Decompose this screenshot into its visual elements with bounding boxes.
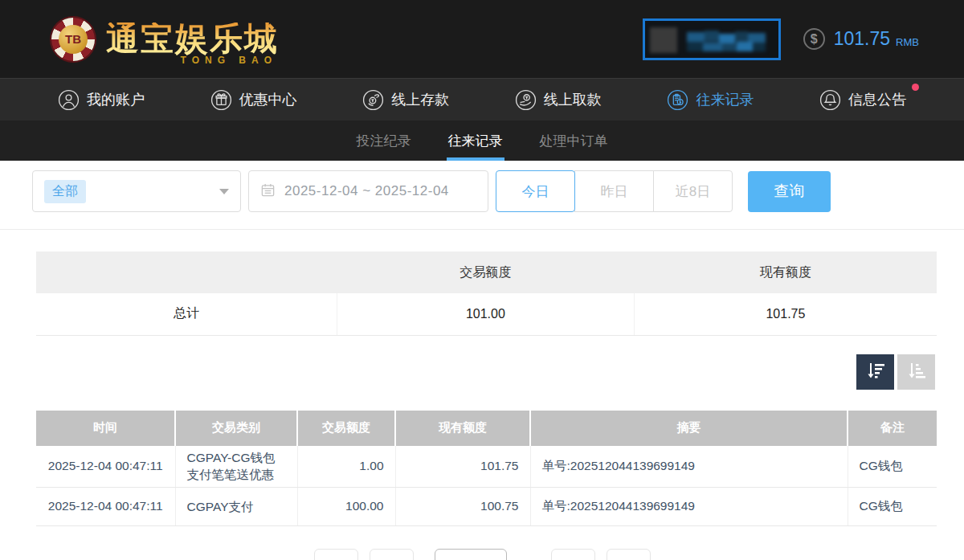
nav-item-label: 线上存款 — [391, 90, 449, 109]
chip-monogram: TB — [59, 25, 88, 54]
summary-total-label: 总计 — [36, 293, 337, 335]
col-header-type: 交易类别 — [175, 411, 297, 446]
site-title: 通宝娱乐城 — [106, 22, 279, 55]
pagination-page-select[interactable] — [435, 549, 507, 560]
poker-chip-icon: TB — [51, 18, 95, 61]
cell-remark: CG钱包 — [848, 446, 937, 488]
cell-type: CGPAY支付 — [175, 487, 297, 525]
col-header-amount: 交易额度 — [297, 411, 395, 446]
sort-descending-icon — [865, 361, 886, 382]
pagination-prev-button[interactable] — [370, 549, 414, 560]
cell-time: 2025-12-04 00:47:11 — [36, 446, 175, 488]
gift-icon — [210, 89, 232, 111]
nav-item-announcements[interactable]: 信息公告 — [819, 89, 906, 111]
records-icon — [667, 89, 688, 111]
nav-item-label: 线上取款 — [544, 90, 602, 109]
cell-balance: 100.75 — [395, 487, 530, 525]
balance-currency: RMB — [896, 36, 919, 48]
nav-item-promotions[interactable]: 优惠中心 — [210, 89, 297, 111]
pagination-next-button[interactable] — [551, 549, 595, 560]
account-name-masked[interactable] — [643, 18, 781, 60]
date-range-value: 2025-12-04 ~ 2025-12-04 — [284, 183, 449, 199]
nav-item-label: 我的账户 — [87, 90, 145, 109]
sort-ascending-icon — [906, 361, 927, 382]
summary-total-row: 总计 101.00 101.75 — [36, 293, 937, 335]
cell-amount: 1.00 — [297, 446, 395, 488]
pagination — [0, 549, 964, 560]
tab-transaction-records[interactable]: 往来记录 — [448, 121, 503, 161]
col-header-balance: 现有额度 — [395, 411, 530, 446]
nav-item-my-account[interactable]: 我的账户 — [58, 89, 145, 111]
nav-item-deposit[interactable]: 线上存款 — [362, 89, 449, 111]
masked-pixels — [645, 21, 778, 58]
cell-summary: 单号:202512044139699149 — [530, 446, 848, 488]
chevron-down-icon — [219, 189, 229, 194]
cell-amount: 100.00 — [297, 487, 395, 525]
table-row: 2025-12-04 00:47:11 CGPAY支付 100.00 100.7… — [36, 487, 937, 525]
site-logo[interactable]: TB 通宝娱乐城 TONG BAO — [51, 18, 279, 61]
today-button[interactable]: 今日 — [496, 170, 575, 212]
balance-display[interactable]: $ 101.75 RMB — [803, 28, 919, 50]
summary-header-trade-amount: 交易额度 — [337, 251, 634, 293]
nav-item-label: 优惠中心 — [239, 90, 297, 109]
nav-item-label: 往来记录 — [696, 90, 754, 109]
summary-table: 交易额度 现有额度 总计 101.00 101.75 — [36, 251, 937, 336]
site-subtitle: TONG BAO — [181, 55, 277, 66]
filter-row: 全部 2025-12-04 ~ 2025-12-04 今日 昨日 近8日 查询 — [32, 170, 964, 212]
header: TB 通宝娱乐城 TONG BAO $ 101.75 RMB — [0, 0, 964, 78]
main-nav: 我的账户 优惠中心 线上存款 线上 — [0, 78, 964, 121]
search-button[interactable]: 查询 — [748, 171, 831, 212]
calendar-icon — [260, 182, 276, 201]
col-header-remark: 备注 — [848, 411, 937, 446]
records-table: 时间 交易类别 交易额度 现有额度 摘要 备注 2025-12-04 00:47… — [36, 411, 937, 526]
divider — [0, 229, 964, 230]
subnav: 投注纪录 往来记录 处理中订单 — [0, 121, 964, 161]
deposit-icon — [362, 89, 384, 111]
sort-ascending-button[interactable] — [897, 354, 935, 390]
tab-betting-records[interactable]: 投注纪录 — [357, 121, 411, 161]
sort-descending-button[interactable] — [856, 354, 894, 390]
cell-summary: 单号:202512044139699149 — [530, 487, 848, 525]
sort-controls — [0, 354, 935, 390]
summary-header-row: 交易额度 现有额度 — [36, 251, 937, 293]
type-dropdown-selected: 全部 — [44, 180, 86, 203]
summary-trade-amount: 101.00 — [337, 293, 634, 335]
notification-dot — [912, 84, 919, 91]
summary-current-amount: 101.75 — [634, 293, 937, 335]
date-range-input[interactable]: 2025-12-04 ~ 2025-12-04 — [248, 170, 488, 212]
col-header-summary: 摘要 — [530, 411, 848, 446]
nav-item-transactions[interactable]: 往来记录 — [667, 89, 754, 111]
table-row: 2025-12-04 00:47:11 CGPAY-CG钱包支付笔笔送优惠 1.… — [36, 446, 937, 488]
summary-header-current-amount: 现有额度 — [634, 251, 937, 293]
quick-date-group: 今日 昨日 近8日 — [496, 170, 733, 212]
cell-time: 2025-12-04 00:47:11 — [36, 487, 175, 525]
cell-balance: 101.75 — [395, 446, 530, 488]
balance-amount: 101.75 — [834, 28, 890, 50]
bell-icon — [819, 89, 841, 111]
records-header-row: 时间 交易类别 交易额度 现有额度 摘要 备注 — [36, 411, 937, 446]
withdraw-icon — [515, 89, 537, 111]
pagination-first-button[interactable] — [314, 549, 358, 560]
last-8-days-button[interactable]: 近8日 — [653, 170, 733, 212]
summary-header-blank — [36, 251, 337, 293]
cell-remark: CG钱包 — [848, 487, 937, 525]
cell-type: CGPAY-CG钱包支付笔笔送优惠 — [175, 446, 297, 488]
dollar-icon: $ — [803, 28, 825, 50]
tab-pending-orders[interactable]: 处理中订单 — [540, 121, 608, 161]
type-dropdown[interactable]: 全部 — [32, 170, 241, 212]
col-header-time: 时间 — [36, 411, 175, 446]
user-icon — [58, 89, 80, 111]
nav-item-label: 信息公告 — [848, 90, 906, 109]
nav-item-withdraw[interactable]: 线上取款 — [515, 89, 602, 111]
yesterday-button[interactable]: 昨日 — [574, 170, 654, 212]
pagination-last-button[interactable] — [607, 549, 651, 560]
